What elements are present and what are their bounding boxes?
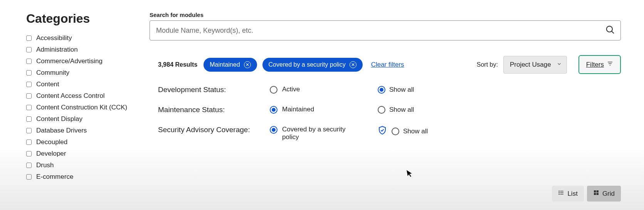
checkbox-icon[interactable] (26, 139, 32, 145)
results-count: 3,984 Results (158, 61, 197, 68)
category-item[interactable]: E-commerce (26, 173, 138, 181)
category-item[interactable]: Content Access Control (26, 92, 138, 100)
radio-dev-showall[interactable] (378, 86, 385, 94)
checkbox-icon[interactable] (26, 93, 32, 99)
view-toggle: List Grid (552, 186, 621, 202)
filter-label: Maintenance Status: (158, 106, 270, 114)
category-item[interactable]: Decoupled (26, 138, 138, 146)
category-item[interactable]: Developer (26, 150, 138, 158)
filter-row-maintenance: Maintenance Status: Maintained Show all (158, 106, 621, 114)
categories-sidebar: Categories Accessibility Administration … (26, 12, 138, 181)
category-label: Content Display (36, 115, 82, 123)
svg-point-9 (559, 192, 559, 193)
filter-chip-security[interactable]: Covered by a security policy ✕ (262, 58, 363, 72)
view-grid-button[interactable]: Grid (587, 186, 621, 202)
category-item[interactable]: Drush (26, 161, 138, 169)
category-label: Drush (36, 161, 54, 169)
radio-label: Show all (389, 86, 414, 94)
radio-label: Maintained (282, 106, 314, 113)
clear-filters-link[interactable]: Clear filters (371, 61, 404, 69)
category-label: Decoupled (36, 138, 67, 146)
filter-label: Development Status: (158, 86, 270, 94)
categories-list: Accessibility Administration Commerce/Ad… (26, 34, 138, 181)
category-label: Developer (36, 150, 66, 158)
filters-button[interactable]: Filters (578, 55, 621, 74)
close-icon[interactable]: ✕ (244, 61, 251, 68)
filter-expanded-panel: Development Status: Active Show all Main… (150, 86, 621, 141)
checkbox-icon[interactable] (26, 47, 32, 52)
checkbox-icon[interactable] (26, 151, 32, 156)
checkbox-icon[interactable] (26, 35, 32, 41)
filters-button-label: Filters (586, 61, 604, 69)
category-label: Content Access Control (36, 92, 105, 100)
search-field-wrap (150, 20, 621, 40)
controls-row: 3,984 Results Maintained ✕ Covered by a … (150, 55, 621, 74)
search-icon[interactable] (605, 25, 615, 36)
categories-title: Categories (26, 12, 138, 26)
filter-chip-maintained[interactable]: Maintained ✕ (203, 58, 257, 72)
view-list-button[interactable]: List (552, 186, 583, 202)
category-label: Accessibility (36, 34, 72, 42)
checkbox-icon[interactable] (26, 116, 32, 122)
shield-check-icon (378, 126, 387, 137)
checkbox-icon[interactable] (26, 59, 32, 64)
sort-selected: Project Usage (510, 61, 551, 69)
svg-point-10 (559, 194, 559, 194)
radio-security-covered[interactable] (270, 126, 277, 134)
checkbox-icon[interactable] (26, 70, 32, 76)
main-content: Search for modules 3,984 Results Maintai… (150, 12, 621, 181)
filter-row-dev-status: Development Status: Active Show all (158, 86, 621, 94)
category-label: Database Drivers (36, 127, 87, 134)
category-item[interactable]: Content Display (26, 115, 138, 123)
filter-icon (607, 60, 613, 69)
radio-label: Active (282, 86, 300, 93)
checkbox-icon[interactable] (26, 163, 32, 168)
category-label: Administration (36, 46, 78, 54)
category-item[interactable]: Administration (26, 46, 138, 54)
category-item[interactable]: Content (26, 81, 138, 88)
radio-dev-active[interactable] (270, 86, 277, 94)
svg-line-1 (612, 31, 614, 34)
chip-label: Covered by a security policy (269, 61, 346, 68)
filter-label: Security Advisory Coverage: (158, 126, 270, 134)
svg-rect-11 (594, 190, 596, 192)
category-item[interactable]: Community (26, 69, 138, 77)
category-label: E-commerce (36, 173, 73, 181)
svg-rect-12 (597, 190, 599, 192)
radio-label: Show all (403, 128, 428, 135)
category-label: Content (36, 81, 59, 88)
view-list-label: List (567, 190, 577, 198)
sort-select[interactable]: Project Usage (503, 56, 567, 74)
sort-by-label: Sort by: (477, 61, 498, 68)
grid-icon (593, 190, 599, 198)
category-item[interactable]: Content Construction Kit (CCK) (26, 104, 138, 111)
checkbox-icon[interactable] (26, 128, 32, 133)
svg-point-8 (559, 191, 559, 191)
chevron-down-icon (557, 61, 562, 69)
svg-rect-14 (597, 193, 599, 195)
category-item[interactable]: Commerce/Advertising (26, 57, 138, 65)
category-label: Content Construction Kit (CCK) (36, 104, 127, 111)
radio-maint-showall[interactable] (378, 106, 385, 114)
category-item[interactable]: Accessibility (26, 34, 138, 42)
search-input[interactable] (150, 21, 620, 40)
view-grid-label: Grid (602, 190, 615, 198)
category-label: Community (36, 69, 69, 77)
checkbox-icon[interactable] (26, 105, 32, 110)
filter-row-security: Security Advisory Coverage: Covered by a… (158, 126, 621, 141)
checkbox-icon[interactable] (26, 174, 32, 180)
close-icon[interactable]: ✕ (350, 61, 356, 68)
radio-label: Show all (389, 106, 414, 114)
category-item[interactable]: Database Drivers (26, 127, 138, 134)
svg-point-0 (607, 26, 612, 32)
svg-rect-13 (594, 193, 596, 195)
list-icon (558, 190, 564, 198)
chip-label: Maintained (210, 61, 240, 68)
radio-security-showall[interactable] (392, 128, 399, 135)
checkbox-icon[interactable] (26, 82, 32, 87)
radio-maint-maintained[interactable] (270, 106, 277, 114)
radio-label: Covered by a security policy (282, 126, 351, 141)
category-label: Commerce/Advertising (36, 57, 103, 65)
search-label: Search for modules (150, 12, 621, 18)
